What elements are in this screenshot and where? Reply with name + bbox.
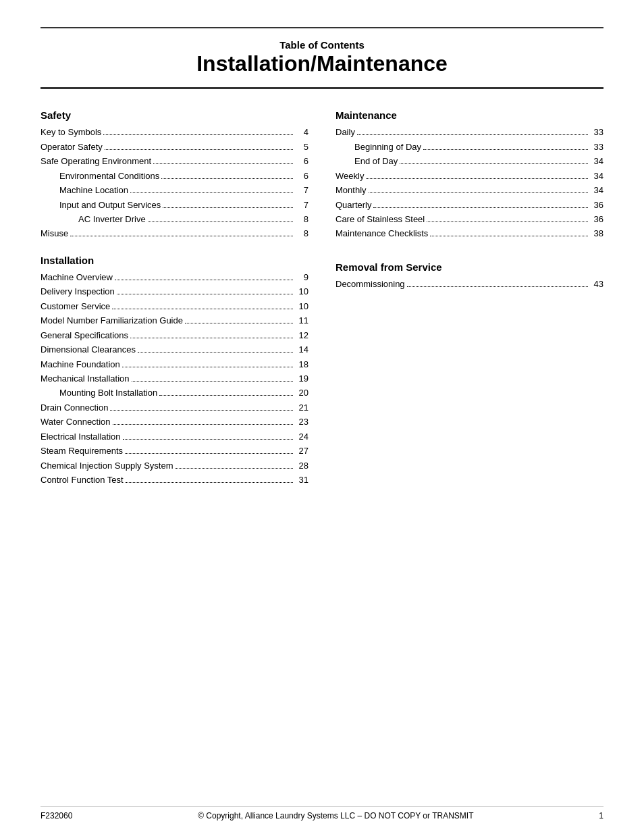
toc-label: Mounting Bolt Installation	[59, 386, 157, 400]
toc-page: 34	[590, 183, 603, 197]
toc-dots	[366, 178, 588, 179]
right-column: Maintenance Daily 33 Beginning of Day 33…	[336, 109, 603, 487]
toc-entry-customer-service: Customer Service 10	[41, 299, 308, 313]
toc-label: Water Connection	[41, 415, 111, 429]
toc-label: Steam Requirements	[41, 444, 123, 458]
toc-label: Safe Operating Environment	[41, 154, 151, 168]
toc-entry-water-connection: Water Connection 23	[41, 415, 308, 429]
toc-page: 36	[590, 212, 603, 226]
toc-page: 34	[590, 169, 603, 183]
toc-label: Customer Service	[41, 299, 110, 313]
toc-entry-quarterly: Quarterly 36	[336, 198, 603, 212]
toc-page: 33	[590, 125, 603, 139]
toc-entry-model-number: Model Number Familiarization Guide 11	[41, 313, 308, 328]
toc-entry-control-function-test: Control Function Test 31	[41, 473, 308, 487]
toc-entry-machine-overview: Machine Overview 9	[41, 270, 308, 284]
toc-label: Electrical Installation	[41, 429, 121, 444]
toc-label: End of Day	[354, 154, 398, 168]
toc-page: 10	[295, 284, 308, 298]
toc-label: Drain Connection	[41, 400, 108, 415]
toc-entry-monthly: Monthly 34	[336, 183, 603, 197]
removal-heading: Removal from Service	[336, 261, 603, 273]
toc-dots	[423, 149, 588, 150]
toc-dots	[105, 149, 293, 150]
toc-entry-decommissioning: Decommissioning 43	[336, 277, 603, 291]
toc-page: 43	[590, 277, 603, 291]
toc-label: Key to Symbols	[41, 125, 101, 139]
toc-label: Model Number Familiarization Guide	[41, 313, 183, 328]
toc-page: 24	[295, 429, 308, 444]
toc-dots	[103, 134, 293, 135]
toc-entry-input-output-services: Input and Output Services 7	[41, 198, 308, 212]
toc-dots	[126, 482, 293, 483]
toc-page: 10	[295, 299, 308, 313]
toc-label: Chemical Injection Supply System	[41, 459, 173, 473]
toc-label: Environmental Conditions	[59, 169, 159, 183]
toc-entry-care-stainless-steel: Care of Stainless Steel 36	[336, 212, 603, 226]
toc-page: 6	[295, 154, 308, 168]
footer-page-number: 1	[599, 811, 603, 820]
toc-dots	[176, 468, 293, 469]
toc-label: Input and Output Services	[59, 198, 161, 212]
toc-page: 12	[295, 328, 308, 342]
toc-entry-drain-connection: Drain Connection 21	[41, 400, 308, 415]
toc-page: 33	[590, 140, 603, 154]
header-rule-top	[41, 27, 603, 28]
toc-entry-daily: Daily 33	[336, 125, 603, 139]
toc-dots	[122, 367, 293, 367]
toc-dots	[112, 309, 293, 309]
toc-page: 18	[295, 357, 308, 371]
toc-entry-weekly: Weekly 34	[336, 169, 603, 183]
toc-page: 14	[295, 342, 308, 357]
main-title: Installation/Maintenance	[41, 51, 603, 76]
toc-entry-electrical-installation: Electrical Installation 24	[41, 429, 308, 444]
toc-entry-beginning-of-day: Beginning of Day 33	[336, 140, 603, 154]
header: Table of Contents Installation/Maintenan…	[0, 0, 644, 89]
toc-page: 27	[295, 444, 308, 458]
toc-entry-chemical-injection: Chemical Injection Supply System 28	[41, 459, 308, 473]
toc-dots	[125, 453, 293, 454]
toc-page: 21	[295, 400, 308, 415]
toc-label: Decommissioning	[336, 277, 405, 291]
toc-dots	[130, 192, 293, 193]
toc-label: Machine Foundation	[41, 357, 120, 371]
toc-dots	[117, 294, 293, 294]
toc-page: 8	[295, 212, 308, 226]
toc-page: 7	[295, 183, 308, 197]
toc-page: 8	[295, 226, 308, 240]
toc-entry-misuse: Misuse 8	[41, 226, 308, 240]
toc-page: 28	[295, 459, 308, 473]
toc-dots	[163, 207, 293, 208]
toc-label: Machine Location	[59, 183, 128, 197]
toc-dots	[430, 236, 588, 236]
content-area: Safety Key to Symbols 4 Operator Safety …	[0, 89, 644, 527]
page-wrapper: Table of Contents Installation/Maintenan…	[0, 0, 644, 834]
toc-label: Delivery Inspection	[41, 284, 115, 298]
toc-label: Misuse	[41, 226, 68, 240]
toc-label: Beginning of Day	[354, 140, 421, 154]
footer-copyright: © Copyright, Alliance Laundry Systems LL…	[198, 811, 473, 820]
toc-label: General Specifications	[41, 328, 128, 342]
toc-entry-dimensional-clearances: Dimensional Clearances 14	[41, 342, 308, 357]
toc-entry-safe-operating-environment: Safe Operating Environment 6	[41, 154, 308, 168]
toc-page: 9	[295, 270, 308, 284]
toc-label: Dimensional Clearances	[41, 342, 136, 357]
toc-entry-mounting-bolt: Mounting Bolt Installation 20	[41, 386, 308, 400]
installation-section: Installation Machine Overview 9 Delivery…	[41, 255, 308, 488]
installation-heading: Installation	[41, 255, 308, 266]
toc-dots	[357, 134, 588, 135]
toc-dots	[369, 192, 588, 193]
safety-heading: Safety	[41, 109, 308, 121]
maintenance-section: Maintenance Daily 33 Beginning of Day 33…	[336, 109, 603, 241]
table-of-contents-label: Table of Contents	[41, 39, 603, 51]
toc-dots	[153, 163, 293, 164]
footer-doc-number: F232060	[41, 811, 72, 820]
toc-label: Operator Safety	[41, 140, 103, 154]
toc-dots	[110, 410, 293, 411]
header-title-area: Table of Contents Installation/Maintenan…	[41, 34, 603, 82]
toc-dots	[138, 352, 293, 353]
toc-dots	[407, 286, 588, 287]
maintenance-heading: Maintenance	[336, 109, 603, 121]
toc-entry-ac-inverter-drive: AC Inverter Drive 8	[41, 212, 308, 226]
toc-page: 20	[295, 386, 308, 400]
